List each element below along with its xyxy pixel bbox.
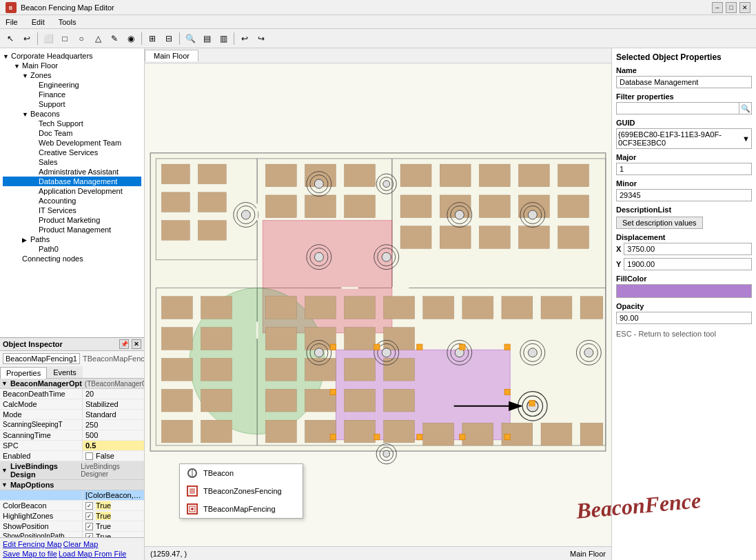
sop-guid-select[interactable]: {699EBC80-E1F3-11E3-9A0F-0CF3EE3BC0 ▼: [616, 128, 752, 149]
toolbar-table[interactable]: ▤: [199, 31, 214, 46]
tree-engineering[interactable]: Engineering: [3, 80, 141, 90]
tree-path0[interactable]: Path0: [3, 244, 141, 254]
close-button[interactable]: ✕: [739, 2, 750, 13]
oi-close-button[interactable]: ✕: [132, 339, 141, 349]
oi-val-deathtime[interactable]: 20: [83, 389, 144, 399]
toolbar-columns[interactable]: ▥: [216, 31, 231, 46]
oi-section-livebindings[interactable]: ▼ LiveBindings Design LiveBindings Desig…: [0, 461, 144, 480]
action-clear-map[interactable]: Clear Map: [63, 540, 99, 548]
tree-beacons[interactable]: ▼Beacons: [3, 109, 141, 119]
sop-disp-y-input[interactable]: [624, 258, 752, 270]
sop-disp-y-label: Y: [616, 260, 621, 268]
svg-rect-135: [460, 344, 465, 350]
tree-app-dev[interactable]: Application Development: [3, 186, 141, 196]
tree-doc-team[interactable]: Doc Team: [3, 128, 141, 138]
sop-fillcolor-swatch[interactable]: [616, 284, 752, 298]
maximize-button[interactable]: □: [726, 2, 737, 13]
right-panel: Selected Object Properties Name Filter p…: [611, 48, 756, 560]
toolbar-zoom-in[interactable]: 🔍: [183, 31, 198, 46]
oi-val-mode[interactable]: Standard: [83, 410, 144, 419]
tree-admin[interactable]: Administrative Assistant: [3, 167, 141, 177]
toolbar-pen[interactable]: ✎: [107, 31, 122, 46]
oi-row-mapoptions-value: [ColorBeacon,HighlightZone: [0, 490, 144, 501]
map-tab-main-floor[interactable]: Main Floor: [145, 50, 198, 61]
oi-section-mapoptions[interactable]: ▼ MapOptions: [0, 480, 144, 490]
oi-val-mapoptions[interactable]: [ColorBeacon,HighlightZone: [83, 490, 144, 500]
sop-filter-input[interactable]: [617, 103, 739, 114]
tree-sales[interactable]: Sales: [3, 157, 141, 167]
toolbar-back[interactable]: ↩: [19, 31, 34, 46]
oi-val-showposition[interactable]: ✓ True: [83, 521, 144, 531]
sop-guid-dropdown-icon[interactable]: ▼: [742, 134, 750, 143]
menu-file[interactable]: File: [3, 17, 21, 28]
tree-connecting-nodes[interactable]: Connecting nodes: [3, 254, 141, 263]
sop-minor-input[interactable]: [616, 189, 752, 201]
toolbar-pointer[interactable]: ↖: [3, 31, 18, 46]
sop-desc-btn[interactable]: Set description values: [616, 217, 703, 229]
toolbar-grid[interactable]: ⊞: [145, 31, 160, 46]
toolbar-snap[interactable]: ⊟: [161, 31, 176, 46]
svg-rect-129: [330, 434, 336, 440]
sop-disp-x-input[interactable]: [624, 243, 752, 255]
oi-checkbox-colorbeacon[interactable]: ✓: [85, 502, 93, 510]
tree-tech-support[interactable]: Tech Support: [3, 119, 141, 128]
toolbar-select-rect[interactable]: ⬜: [41, 31, 56, 46]
action-load-map[interactable]: Load Map From File: [59, 550, 126, 558]
action-save-map[interactable]: Save Map to file: [3, 550, 57, 558]
oi-showposition-text: True: [96, 522, 111, 530]
oi-val-showpositioninpath[interactable]: ✓ True: [83, 532, 144, 537]
tree-product-mgmt[interactable]: Product Management: [3, 225, 141, 234]
tree-creative[interactable]: Creative Services: [3, 148, 141, 157]
tree-web-dev[interactable]: Web Development Team: [3, 138, 141, 148]
toolbar-undo[interactable]: ↩: [237, 31, 252, 46]
oi-component-name[interactable]: BeaconMapFencing1: [3, 353, 80, 364]
oi-val-calcmode[interactable]: Stabilized: [83, 399, 144, 409]
svg-rect-127: [330, 344, 336, 350]
sop-opacity-input[interactable]: [616, 312, 752, 324]
svg-rect-74: [384, 420, 415, 443]
oi-val-colorbeacon[interactable]: ✓ True: [83, 501, 144, 510]
tree-finance[interactable]: Finance: [3, 90, 141, 99]
oi-checkbox-enabled[interactable]: [85, 452, 93, 460]
toolbar-sep-4: [234, 32, 234, 45]
menu-tools[interactable]: Tools: [56, 17, 79, 28]
tree-corporate-hq[interactable]: ▼Corporate Headquarters: [3, 51, 141, 61]
toolbar-ellipse[interactable]: ○: [74, 31, 89, 46]
tree-paths[interactable]: ▶Paths: [3, 234, 141, 244]
tree-zones[interactable]: ▼Zones: [3, 70, 141, 80]
minimize-button[interactable]: –: [712, 2, 723, 13]
oi-pin-button[interactable]: 📌: [119, 339, 129, 349]
oi-component-type: TBeaconMapFencing: [83, 354, 145, 363]
tree-view[interactable]: ▼Corporate Headquarters ▼Main Floor ▼Zon…: [0, 48, 144, 337]
oi-val-scanning-sleep[interactable]: 250: [83, 420, 144, 430]
oi-row-calcmode: CalcMode Stabilized: [0, 399, 144, 410]
svg-rect-128: [504, 344, 510, 350]
tree-database-mgmt[interactable]: Database Management: [3, 177, 141, 186]
oi-val-scanning-time[interactable]: 500: [83, 430, 144, 440]
svg-rect-76: [462, 297, 493, 319]
tree-accounting[interactable]: Accounting: [3, 196, 141, 206]
oi-checkbox-showposition[interactable]: ✓: [85, 523, 93, 530]
oi-val-enabled[interactable]: False: [83, 451, 144, 461]
oi-section-beacon-manager[interactable]: ▼ BeaconManagerOpt (TBeaconManagerOption…: [0, 379, 144, 389]
menu-edit[interactable]: Edit: [29, 17, 48, 28]
tree-support[interactable]: Support: [3, 99, 141, 109]
oi-tab-properties[interactable]: Properties: [0, 367, 47, 379]
sop-name-input[interactable]: [616, 76, 752, 88]
oi-tab-events[interactable]: Events: [47, 366, 83, 378]
sop-filter-icon[interactable]: 🔍: [739, 103, 751, 114]
action-edit-fencing[interactable]: Edit Fencing Map: [3, 540, 62, 548]
sop-major-input[interactable]: [616, 163, 752, 175]
toolbar-beacon[interactable]: ◉: [123, 31, 139, 46]
svg-rect-21: [198, 192, 226, 212]
oi-val-spc[interactable]: 0.5: [83, 441, 144, 450]
tree-it-services[interactable]: IT Services: [3, 206, 141, 215]
oi-val-highlightzones[interactable]: ✓ True: [83, 511, 144, 521]
tree-main-floor[interactable]: ▼Main Floor: [3, 61, 141, 70]
toolbar-triangle[interactable]: △: [90, 31, 105, 46]
svg-rect-20: [161, 192, 190, 212]
oi-checkbox-highlightzones[interactable]: ✓: [85, 512, 93, 520]
toolbar-rect[interactable]: □: [57, 31, 72, 46]
tree-product-mkt[interactable]: Product Marketing: [3, 215, 141, 225]
toolbar-redo[interactable]: ↪: [254, 31, 269, 46]
